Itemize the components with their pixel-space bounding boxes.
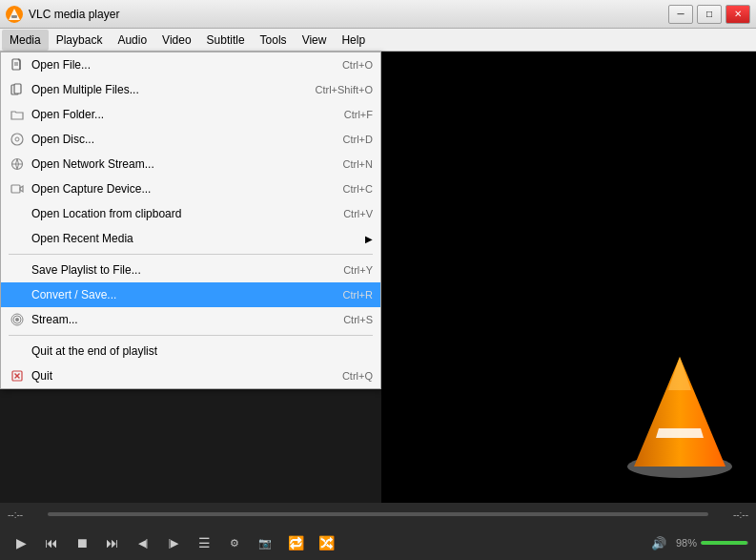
- window-title: VLC media player: [29, 8, 668, 21]
- menu-audio[interactable]: Audio: [110, 30, 154, 51]
- menu-save-playlist[interactable]: Save Playlist to File... Ctrl+Y: [1, 258, 380, 282]
- capture-icon: [9, 180, 26, 197]
- menu-playback[interactable]: Playback: [49, 30, 111, 51]
- stop-button[interactable]: ⏹: [69, 529, 95, 556]
- menu-quit[interactable]: Quit Ctrl+Q: [1, 363, 380, 388]
- next-button[interactable]: ⏭: [99, 529, 126, 556]
- files-icon: [9, 81, 26, 98]
- time-total: --:--: [733, 509, 748, 520]
- minimize-button[interactable]: ─: [668, 5, 693, 24]
- menu-tools[interactable]: Tools: [253, 30, 295, 51]
- menu-quit-playlist[interactable]: Quit at the end of playlist: [1, 339, 380, 363]
- menu-convert-save[interactable]: Convert / Save... Ctrl+R: [1, 282, 380, 307]
- submenu-arrow: ▶: [365, 234, 373, 244]
- volume-icon: 🔊: [645, 529, 672, 556]
- volume-area: 🔊 98%: [645, 529, 748, 556]
- seekbar-area: --:-- --:--: [0, 503, 756, 526]
- svg-point-14: [15, 318, 19, 321]
- volume-fill: [701, 541, 747, 545]
- menubar: Media Playback Audio Video Subtitle Tool…: [0, 29, 756, 52]
- menu-video[interactable]: Video: [154, 30, 198, 51]
- svg-point-9: [15, 137, 19, 141]
- loop-button[interactable]: 🔁: [282, 529, 309, 556]
- separator-1: [9, 254, 373, 255]
- menu-subtitle[interactable]: Subtitle: [199, 30, 253, 51]
- frame-fwd-button[interactable]: |▶: [160, 529, 187, 556]
- snapshot-button[interactable]: 📷: [252, 529, 278, 556]
- volume-bar[interactable]: [701, 541, 748, 545]
- media-dropdown: Open File... Ctrl+O Open Multiple Files.…: [0, 52, 381, 389]
- save-icon: [9, 261, 26, 279]
- convert-icon: [9, 286, 26, 303]
- menu-open-location[interactable]: Open Location from clipboard Ctrl+V: [1, 201, 380, 226]
- play-button[interactable]: ▶: [8, 529, 34, 556]
- maximize-button[interactable]: □: [697, 5, 722, 24]
- quit-icon: [9, 367, 26, 384]
- quit-playlist-icon: [9, 342, 26, 360]
- menu-media[interactable]: Media: [2, 30, 49, 51]
- disc-icon: [9, 131, 26, 148]
- close-button[interactable]: ✕: [725, 5, 750, 24]
- file-icon: [9, 56, 26, 73]
- svg-rect-12: [11, 185, 20, 193]
- menu-open-file[interactable]: Open File... Ctrl+O: [1, 52, 380, 77]
- network-icon: [9, 156, 26, 173]
- titlebar: VLC media player ─ □ ✕: [0, 0, 756, 29]
- separator-2: [9, 335, 373, 336]
- controls-bar: ▶ ⏮ ⏹ ⏭ ◀| |▶ ☰ ⚙ 📷 🔁 🔀 🔊 98%: [0, 526, 756, 560]
- frame-back-button[interactable]: ◀|: [130, 529, 156, 556]
- playlist-button[interactable]: ☰: [191, 529, 217, 556]
- app-icon: [6, 6, 23, 23]
- random-button[interactable]: 🔀: [313, 529, 339, 556]
- menu-open-recent[interactable]: Open Recent Media ▶: [1, 226, 380, 251]
- svg-point-8: [11, 134, 23, 145]
- window-controls: ─ □ ✕: [668, 5, 750, 24]
- clipboard-icon: [9, 205, 26, 222]
- menu-open-network[interactable]: Open Network Stream... Ctrl+N: [1, 152, 380, 176]
- svg-rect-2: [11, 15, 17, 18]
- menu-open-multiple[interactable]: Open Multiple Files... Ctrl+Shift+O: [1, 77, 380, 102]
- menu-open-folder[interactable]: Open Folder... Ctrl+F: [1, 102, 380, 127]
- menu-open-capture[interactable]: Open Capture Device... Ctrl+C: [1, 176, 380, 201]
- video-area: [381, 52, 756, 503]
- menu-view[interactable]: View: [295, 30, 335, 51]
- seekbar-track[interactable]: [48, 512, 708, 516]
- menu-help[interactable]: Help: [334, 30, 373, 51]
- folder-icon: [9, 106, 26, 123]
- svg-rect-7: [14, 84, 21, 93]
- volume-label: 98%: [676, 537, 697, 549]
- extended-button[interactable]: ⚙: [221, 529, 248, 556]
- prev-button[interactable]: ⏮: [38, 529, 65, 556]
- time-elapsed: --:--: [8, 509, 23, 520]
- stream-icon: [9, 311, 26, 328]
- recent-icon: [9, 230, 26, 247]
- menu-stream[interactable]: Stream... Ctrl+S: [1, 307, 380, 332]
- vlc-cone: [623, 347, 737, 484]
- menu-open-disc[interactable]: Open Disc... Ctrl+D: [1, 127, 380, 152]
